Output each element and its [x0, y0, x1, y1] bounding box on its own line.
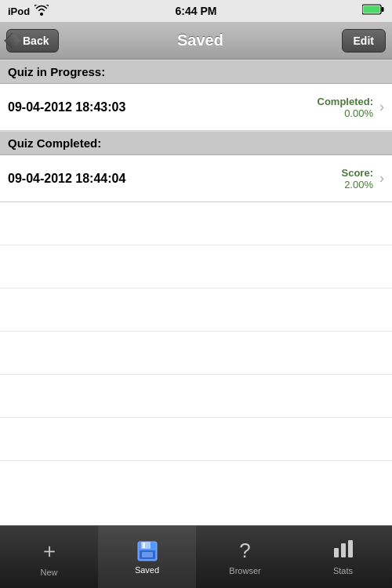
- status-right: [362, 4, 384, 18]
- empty-row: [0, 332, 392, 375]
- tab-browser[interactable]: ? Browser: [196, 526, 294, 588]
- tab-saved[interactable]: Saved: [98, 526, 196, 588]
- tab-bar: ＋ New Saved ? Browser Stats: [0, 525, 392, 588]
- nav-bar: Back Saved Edit: [0, 22, 392, 60]
- status-label: Completed:: [318, 96, 374, 107]
- edit-button[interactable]: Edit: [342, 29, 386, 53]
- svg-rect-4: [141, 542, 151, 549]
- content-area: Quiz in Progress: 09-04-2012 18:43:03 Co…: [0, 60, 392, 525]
- device-label: iPod: [8, 5, 30, 17]
- empty-row: [0, 375, 392, 418]
- back-button[interactable]: Back: [6, 29, 59, 53]
- wifi-icon: [34, 5, 49, 18]
- plus-icon: ＋: [39, 537, 60, 564]
- page-title: Saved: [177, 31, 223, 49]
- tab-new[interactable]: ＋ New: [0, 526, 98, 588]
- svg-rect-7: [142, 552, 153, 557]
- empty-row: [0, 289, 392, 332]
- item-right: Score: 2.00% ›: [342, 167, 384, 191]
- section-header-completed: Quiz Completed:: [0, 131, 392, 155]
- item-right: Completed: 0.00% ›: [318, 96, 385, 119]
- item-status: Completed: 0.00%: [318, 96, 374, 119]
- svg-rect-9: [341, 543, 346, 557]
- status-left: iPod: [8, 5, 49, 18]
- item-status: Score: 2.00%: [342, 167, 373, 191]
- empty-row: [0, 418, 392, 461]
- svg-rect-1: [382, 7, 384, 12]
- chevron-icon: ›: [379, 170, 384, 187]
- status-value: 0.00%: [318, 107, 374, 119]
- tab-browser-label: Browser: [229, 566, 260, 575]
- svg-rect-5: [143, 543, 145, 548]
- chevron-icon: ›: [379, 99, 384, 115]
- tab-new-label: New: [40, 568, 57, 577]
- status-label: Score:: [342, 167, 373, 179]
- empty-row: [0, 202, 392, 245]
- svg-rect-2: [364, 6, 380, 13]
- tab-stats[interactable]: Stats: [294, 526, 392, 588]
- battery-icon: [362, 4, 384, 18]
- svg-rect-8: [334, 548, 339, 557]
- item-date: 09-04-2012 18:43:03: [8, 100, 125, 114]
- bar-chart-icon: [333, 539, 354, 563]
- section-header-in-progress: Quiz in Progress:: [0, 60, 392, 84]
- status-bar: iPod 6:44 PM: [0, 0, 392, 22]
- empty-row: [0, 245, 392, 289]
- list-item[interactable]: 09-04-2012 18:43:03 Completed: 0.00% ›: [0, 84, 392, 131]
- item-date: 09-04-2012 18:44:04: [8, 172, 125, 186]
- floppy-icon: [136, 540, 158, 562]
- tab-stats-label: Stats: [333, 566, 353, 575]
- status-value: 2.00%: [342, 179, 373, 191]
- list-item[interactable]: 09-04-2012 18:44:04 Score: 2.00% ›: [0, 155, 392, 202]
- status-time: 6:44 PM: [176, 5, 217, 17]
- svg-rect-10: [348, 540, 353, 557]
- question-icon: ?: [239, 539, 250, 563]
- tab-saved-label: Saved: [135, 565, 159, 575]
